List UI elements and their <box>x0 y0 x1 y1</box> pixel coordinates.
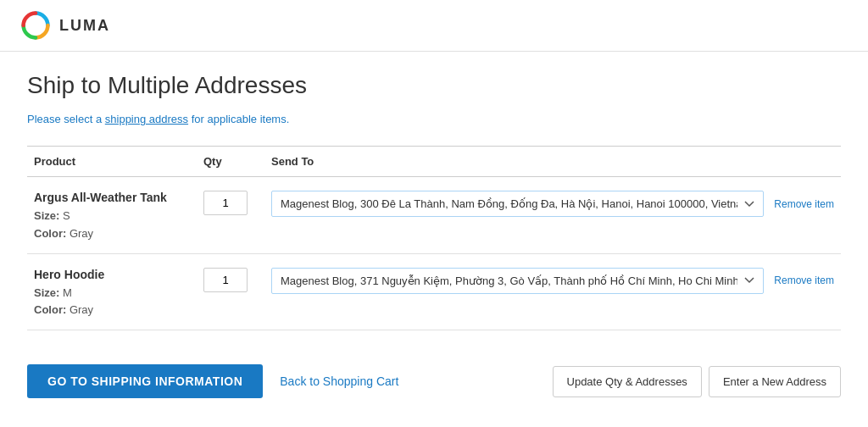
new-address-button[interactable]: Enter a New Address <box>709 366 841 397</box>
attr-label: Color: <box>34 227 66 240</box>
sendto-wrapper: Magenest Blog, 371 Nguyễn Kiệm, Phường 3… <box>271 268 834 294</box>
luma-logo-icon <box>20 10 51 41</box>
actions-footer: Go to Shipping Information Back to Shopp… <box>27 351 841 398</box>
logo-text: LUMA <box>59 17 110 35</box>
qty-cell <box>197 253 264 330</box>
product-name: Argus All-Weather Tank <box>34 191 190 204</box>
header: LUMA <box>0 0 868 52</box>
attr-label: Size: <box>34 286 59 299</box>
back-to-cart-link[interactable]: Back to Shopping Cart <box>280 374 398 388</box>
product-name: Hero Hoodie <box>34 268 190 281</box>
actions-right: Update Qty & Addresses Enter a New Addre… <box>553 366 841 397</box>
actions-left: Go to Shipping Information Back to Shopp… <box>27 364 398 398</box>
table-row: Hero HoodieSize: MColor: GrayMagenest Bl… <box>27 253 841 330</box>
col-header-qty: Qty <box>197 147 264 177</box>
product-attribute: Color: Gray <box>34 302 190 319</box>
remove-item-link[interactable]: Remove item <box>774 274 834 286</box>
shipping-address-link[interactable]: shipping address <box>105 113 188 125</box>
product-attribute: Color: Gray <box>34 225 190 243</box>
product-attribute: Size: M <box>34 285 190 302</box>
col-header-product: Product <box>27 147 197 177</box>
qty-input[interactable] <box>203 191 248 215</box>
address-select-wrapper: Magenest Blog, 371 Nguyễn Kiệm, Phường 3… <box>271 268 764 294</box>
table-row: Argus All-Weather TankSize: SColor: Gray… <box>27 177 841 254</box>
qty-input[interactable] <box>203 268 248 292</box>
go-to-shipping-button[interactable]: Go to Shipping Information <box>27 364 263 398</box>
col-header-sendto: Send To <box>264 147 841 177</box>
product-attribute: Size: S <box>34 208 190 225</box>
attr-label: Color: <box>34 303 66 316</box>
remove-item-link[interactable]: Remove item <box>774 198 834 210</box>
page-title: Ship to Multiple Addresses <box>27 72 841 99</box>
qty-cell <box>197 177 264 254</box>
product-cell: Hero HoodieSize: MColor: Gray <box>27 253 197 330</box>
attr-label: Size: <box>34 209 59 222</box>
attr-value: Gray <box>70 227 93 240</box>
address-select-wrapper: Magenest Blog, 300 Đê La Thành, Nam Đồng… <box>271 191 764 217</box>
items-table: Product Qty Send To Argus All-Weather Ta… <box>27 146 841 330</box>
main-content: Ship to Multiple Addresses Please select… <box>0 52 868 419</box>
sendto-cell: Magenest Blog, 371 Nguyễn Kiệm, Phường 3… <box>264 253 841 330</box>
notice-text: Please select a shipping address for app… <box>27 113 841 125</box>
sendto-wrapper: Magenest Blog, 300 Đê La Thành, Nam Đồng… <box>271 191 834 217</box>
attr-value: M <box>63 286 72 299</box>
update-qty-button[interactable]: Update Qty & Addresses <box>553 366 702 397</box>
product-cell: Argus All-Weather TankSize: SColor: Gray <box>27 177 197 254</box>
attr-value: Gray <box>70 303 93 316</box>
sendto-cell: Magenest Blog, 300 Đê La Thành, Nam Đồng… <box>264 177 841 254</box>
address-select[interactable]: Magenest Blog, 300 Đê La Thành, Nam Đồng… <box>271 191 764 217</box>
address-select[interactable]: Magenest Blog, 371 Nguyễn Kiệm, Phường 3… <box>271 268 764 294</box>
attr-value: S <box>63 209 70 222</box>
